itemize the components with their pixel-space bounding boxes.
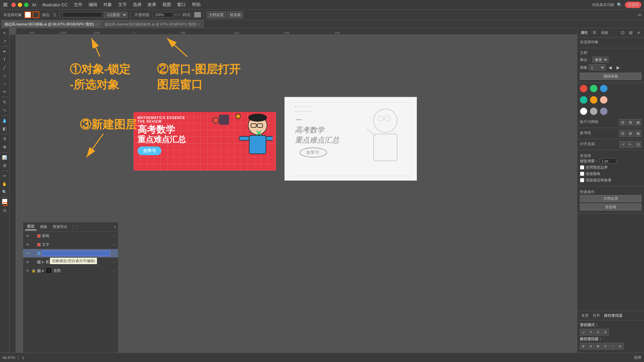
type-tool[interactable]: T: [1, 56, 8, 63]
transform-icon[interactable]: ⊡: [619, 29, 626, 36]
select-tool[interactable]: ↖: [1, 29, 8, 37]
blend-tool[interactable]: ⥀: [1, 135, 8, 143]
minimize-button[interactable]: [18, 3, 22, 7]
symbol-tool[interactable]: ❋: [1, 143, 8, 151]
shape-unite-btn[interactable]: ⊔: [580, 329, 587, 336]
panel-close-btn[interactable]: ≡: [114, 225, 116, 229]
layer-options-illustration[interactable]: ○: [111, 234, 116, 238]
pf-crop-btn[interactable]: ⊡: [602, 343, 609, 350]
panel-collapse-btn[interactable]: ⋮⋮: [71, 225, 79, 229]
zoom-tool[interactable]: 🔍: [1, 188, 8, 196]
scale-tool[interactable]: ⤡: [1, 107, 8, 114]
more-icon[interactable]: ≡: [635, 29, 642, 36]
layer-lock-illustration[interactable]: [31, 234, 36, 238]
shape-minus-btn[interactable]: ⊟: [602, 329, 609, 336]
swatch-gray[interactable]: [590, 108, 597, 115]
swatch-white[interactable]: [580, 108, 587, 115]
layer-expand-original[interactable]: ▶: [42, 269, 45, 273]
swatch-green[interactable]: [590, 85, 597, 92]
rp-align-tab[interactable]: 对齐: [591, 312, 601, 319]
layer-options-original[interactable]: ○: [111, 268, 116, 273]
artboard-next-icon[interactable]: ▶: [615, 64, 622, 71]
menu-select[interactable]: 选择: [130, 1, 144, 8]
rp-tab-properties[interactable]: 属性: [579, 29, 589, 36]
gradient-tool[interactable]: ◧: [1, 125, 8, 132]
direct-select-tool[interactable]: ↗: [1, 38, 8, 45]
stroke-width-input[interactable]: [62, 12, 103, 17]
rp-artboard-select[interactable]: 1: [589, 64, 605, 70]
layer-vis-colors[interactable]: 👁: [25, 260, 30, 264]
swatch-peach[interactable]: [600, 96, 607, 104]
tab-main-close[interactable]: ✕: [95, 22, 98, 26]
panel-tab-layers[interactable]: 图层: [25, 223, 37, 230]
layer-vis-original[interactable]: 👁: [25, 268, 30, 273]
preferences-btn[interactable]: 首选项: [227, 11, 243, 18]
stroke-color-btn[interactable]: [24, 11, 31, 18]
toolbar-options-icon[interactable]: ≫: [637, 12, 642, 17]
rotate-tool[interactable]: ↻: [1, 99, 8, 106]
swatch-teal[interactable]: [580, 96, 587, 104]
menu-object[interactable]: 对象: [101, 1, 115, 8]
pf-merge-btn[interactable]: ⊠: [595, 343, 601, 350]
swatch-lavender[interactable]: [600, 108, 607, 115]
swatch-orange[interactable]: [590, 96, 597, 104]
layer-item-text[interactable]: 👁 文字 ○: [23, 240, 118, 249]
layer-item-illustration[interactable]: 👁 插画 ○: [23, 232, 118, 240]
layer-lock-colors[interactable]: [31, 260, 36, 264]
hand-tool[interactable]: ✋: [1, 180, 8, 188]
apple-menu[interactable]: ⌘: [3, 2, 8, 8]
stroke-swatch[interactable]: [3, 202, 7, 206]
swatch-blue[interactable]: [600, 85, 607, 92]
layer-options-active[interactable]: ○: [111, 251, 116, 256]
pf-trim-btn[interactable]: ⊟: [587, 343, 594, 350]
layer-vis-text[interactable]: 👁: [25, 242, 30, 247]
search-icon[interactable]: 🔍: [617, 2, 622, 7]
swatch-red[interactable]: [580, 85, 587, 92]
grid-icon[interactable]: ⊞: [627, 29, 634, 36]
artboard-prev-icon[interactable]: ◀: [607, 64, 613, 71]
layer-expand-colors[interactable]: ▶: [42, 260, 45, 264]
rp-transform-tab[interactable]: 支变: [580, 312, 590, 319]
rp-unit-select[interactable]: 像素: [592, 57, 608, 63]
rect-tool[interactable]: □: [1, 72, 8, 79]
screen-mode-btn[interactable]: ⊡: [1, 207, 8, 214]
brush-type-select[interactable]: 3点圆形: [104, 12, 127, 18]
menu-text[interactable]: 文字: [115, 1, 129, 8]
tab-copy[interactable]: 描边风-banner演示稿的副本.ai @ 67% (RGB/GPU 预览) ✕: [102, 20, 204, 28]
ruler-icon1[interactable]: ⊟: [619, 119, 626, 126]
panel-tab-boards[interactable]: 画板: [38, 224, 49, 230]
pen-tool[interactable]: ✒: [1, 48, 8, 55]
layer-vis-active[interactable]: 👁: [25, 251, 30, 256]
rp-pathfinder-tab[interactable]: 路径查找器: [603, 312, 624, 319]
line-tool[interactable]: ╱: [1, 64, 8, 71]
corner-checkbox[interactable]: [580, 172, 584, 176]
slice-tool[interactable]: ✂: [1, 172, 8, 180]
close-button[interactable]: [11, 3, 16, 7]
layer-item-active[interactable]: 👁 ○ 切换锁定(空白表示可编辑): [23, 249, 118, 258]
fill-color-btn[interactable]: [33, 11, 39, 18]
canvas-area[interactable]: 300 1200 1100 0 200 400 500 600 ①对象-锁定 -…: [9, 28, 577, 353]
align-center-icon[interactable]: ⊢: [627, 141, 634, 148]
eyedropper-tool[interactable]: 💧: [1, 117, 8, 124]
align-left-icon[interactable]: ⊣: [619, 141, 626, 148]
pf-divide-btn[interactable]: ⊞: [580, 343, 587, 350]
menu-file[interactable]: 文件: [71, 1, 85, 8]
artboard-tool[interactable]: ⊞: [1, 162, 8, 169]
stroke-checkbox[interactable]: [580, 178, 584, 182]
menu-help[interactable]: 帮助: [189, 1, 203, 8]
snap-bounds-checkbox[interactable]: [580, 165, 584, 170]
guide-icon3[interactable]: ⊠: [635, 130, 641, 137]
opacity-input[interactable]: [153, 12, 173, 17]
rp-tab-library[interactable]: 库: [591, 29, 598, 36]
maximize-button[interactable]: [24, 3, 29, 7]
layer-lock-active[interactable]: [31, 251, 36, 256]
guide-icon2[interactable]: ⊞: [627, 130, 634, 137]
shape-exclude-btn[interactable]: ⊡: [595, 329, 601, 336]
ruler-icon3[interactable]: ⊠: [635, 119, 641, 126]
layer-options-colors[interactable]: ○: [111, 260, 116, 264]
layer-lock-text[interactable]: [31, 242, 36, 247]
menu-effect[interactable]: 效果: [145, 1, 159, 8]
brush-tool[interactable]: ✏: [1, 88, 8, 96]
guide-icon1[interactable]: ⊟: [619, 130, 626, 137]
menu-window[interactable]: 窗口: [174, 1, 189, 8]
